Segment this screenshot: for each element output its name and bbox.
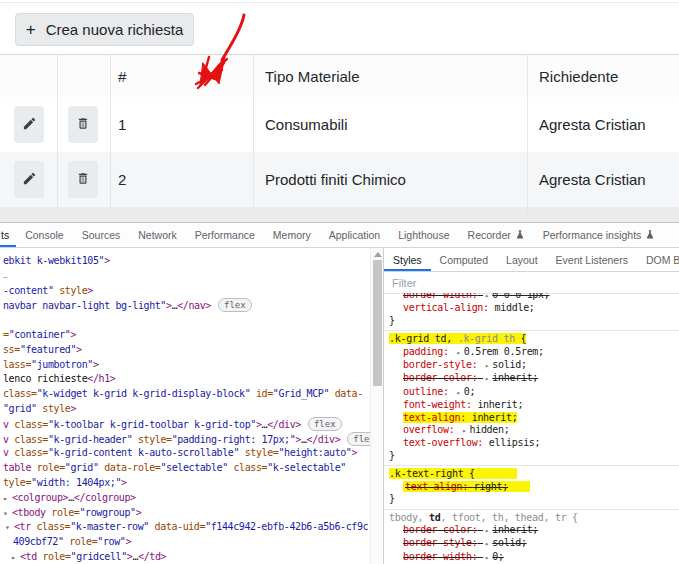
- expand-icon[interactable]: ▸: [485, 373, 489, 385]
- sidebar-tab-event-listeners[interactable]: Event Listeners: [547, 248, 637, 271]
- devtools-tab-performance-insights[interactable]: Performance insights: [534, 223, 665, 247]
- expand-icon[interactable]: ▸: [457, 387, 461, 399]
- sidebar-tab-computed[interactable]: Computed: [431, 248, 497, 271]
- cell-tipo-materiale: Consumabili: [265, 97, 348, 152]
- dom-tree-line[interactable]: ebkit k-webkit105">: [3, 254, 370, 269]
- dom-tree-line[interactable]: ▸<colgroup>…</colgroup>: [3, 491, 370, 506]
- css-selector[interactable]: .k-grid td, .k-grid th {: [389, 333, 679, 345]
- dom-tree-line[interactable]: lass="jumbotron">: [3, 358, 370, 373]
- css-close-brace: }: [389, 315, 679, 327]
- css-property[interactable]: overflow: ▸hidden;: [389, 424, 679, 437]
- create-request-button[interactable]: + Crea nuova richiesta: [15, 13, 194, 46]
- expand-icon[interactable]: ▸: [457, 347, 461, 359]
- sidebar-tab-dom-break[interactable]: DOM Break: [637, 248, 679, 271]
- delete-row-button[interactable]: [68, 161, 98, 198]
- cell-tipo-materiale: Parti di ricambio: [265, 207, 373, 222]
- tab-label: Application: [329, 229, 380, 241]
- table-row[interactable]: 2Prodotti finiti ChimicoAgresta Cristian: [0, 152, 679, 208]
- devtools-tabbar: tsConsoleSourcesNetworkPerformanceMemory…: [0, 223, 679, 248]
- dom-tree-line[interactable]: ▾<tbody role="rowgroup">: [3, 506, 370, 521]
- column-header-tipo-materiale[interactable]: Tipo Materiale: [265, 55, 359, 97]
- css-property[interactable]: vertical-align: middle;: [389, 302, 679, 314]
- css-property[interactable]: text-overflow: ellipsis;: [389, 437, 679, 449]
- tab-label: ts: [1, 229, 9, 241]
- dom-tree-line[interactable]: ss="featured">: [3, 343, 370, 358]
- css-property[interactable]: font-weight: inherit;: [389, 399, 679, 411]
- css-selector[interactable]: .k-text-right {: [389, 468, 679, 480]
- css-property[interactable]: text-align: inherit;: [389, 412, 679, 424]
- cell-richiedente: Agresta Cristian: [539, 152, 646, 207]
- dom-tree-line[interactable]: v class="k-toolbar k-grid-toolbar k-grid…: [3, 417, 370, 432]
- tab-label: Sources: [82, 229, 121, 241]
- delete-row-button[interactable]: [68, 106, 98, 143]
- expand-icon[interactable]: ▸: [485, 360, 489, 372]
- table-row[interactable]: 3Parti di ricambioAgresta Cristian: [0, 207, 679, 222]
- expanded-arrow-icon[interactable]: ▾: [3, 507, 12, 522]
- css-property[interactable]: text-align: right;: [389, 481, 679, 493]
- devtools-tab-console[interactable]: Console: [16, 223, 73, 247]
- expanded-arrow-icon[interactable]: ▾: [5, 521, 14, 536]
- css-property[interactable]: border-color: ▸inherit;: [389, 372, 679, 385]
- devtools-tab-application[interactable]: Application: [320, 223, 389, 247]
- devtools-tab-memory[interactable]: Memory: [264, 223, 320, 247]
- devtools-tab-performance[interactable]: Performance: [186, 223, 264, 247]
- dom-tree-line[interactable]: [3, 313, 370, 328]
- highlight-marker: text-align: right;: [403, 481, 530, 492]
- column-header-richiedente[interactable]: Richiedente: [539, 55, 618, 97]
- sidebar-tab-styles[interactable]: Styles: [384, 248, 431, 271]
- css-rules-list: border-width: ▸0 0 0 1px;vertical-align:…: [384, 293, 679, 564]
- expand-icon[interactable]: ▸: [485, 538, 489, 550]
- dom-tree-line[interactable]: v class="k-grid-content k-auto-scrollabl…: [3, 446, 370, 461]
- cell-richiedente: Agresta Cristian: [539, 97, 646, 152]
- expand-icon[interactable]: ▸: [485, 525, 489, 537]
- css-property[interactable]: border-style: ▸solid;: [389, 359, 679, 372]
- flex-badge[interactable]: flex: [347, 432, 370, 446]
- expand-icon[interactable]: ▸: [485, 552, 489, 564]
- css-property[interactable]: border-style: ▸solid;: [389, 537, 679, 550]
- devtools-tab-network[interactable]: Network: [129, 223, 186, 247]
- dom-tree-line[interactable]: 409cbf72" role="row">: [3, 535, 370, 550]
- dom-tree-line[interactable]: class="k-widget k-grid k-grid-display-bl…: [3, 387, 370, 402]
- devtools-tab-sources[interactable]: Sources: [73, 223, 130, 247]
- elements-scrollbar[interactable]: [370, 248, 383, 564]
- dom-tree-line[interactable]: …: [3, 269, 370, 284]
- column-header-num[interactable]: #: [118, 55, 126, 97]
- css-property[interactable]: padding: ▸0.5rem 0.5rem;: [389, 346, 679, 359]
- flex-badge[interactable]: flex: [218, 298, 252, 312]
- scrollbar-thumb[interactable]: [373, 260, 382, 386]
- styles-sidebar: StylesComputedLayoutEvent ListenersDOM B…: [383, 248, 679, 564]
- devtools-tab-ts[interactable]: ts: [0, 223, 16, 247]
- dom-tree-line[interactable]: navbar navbar-light bg-light">…</nav>fle…: [3, 298, 370, 313]
- dom-tree-line[interactable]: "grid" style>: [3, 402, 370, 417]
- collapsed-arrow-icon[interactable]: ▸: [11, 551, 20, 564]
- sidebar-tab-layout[interactable]: Layout: [497, 248, 547, 271]
- dom-tree-line[interactable]: lenco richieste</h1>: [3, 372, 370, 387]
- dom-tree-line[interactable]: table role="grid" data-role="selectable"…: [3, 461, 370, 476]
- expand-icon[interactable]: ▸: [485, 293, 489, 302]
- css-selector[interactable]: tbody, td, tfoot, th, thead, tr {: [389, 512, 679, 524]
- css-property[interactable]: border-width: ▸0 0 0 1px;: [389, 293, 679, 302]
- devtools-tab-recorder[interactable]: Recorder: [459, 223, 534, 247]
- collapsed-arrow-icon[interactable]: ▸: [3, 492, 12, 507]
- dom-tree-line[interactable]: -content" style>: [3, 284, 370, 299]
- pencil-icon: [22, 171, 37, 189]
- filter-placeholder: Filter: [392, 277, 416, 289]
- expand-icon[interactable]: ▸: [462, 425, 466, 437]
- dom-tree-line[interactable]: ▸<td role="gridcell">…</td>: [3, 550, 370, 564]
- dom-tree-line[interactable]: v class="k-grid-header" style="padding-r…: [3, 432, 370, 447]
- styles-filter-input[interactable]: Filter: [384, 272, 679, 294]
- cell-richiedente: Agresta Cristian: [539, 207, 646, 222]
- dom-tree-line[interactable]: ▾<tr class="k-master-row" data-uid="f144…: [3, 520, 370, 535]
- dom-tree-line[interactable]: ="container">: [3, 328, 370, 343]
- cell-num: 3: [118, 207, 126, 222]
- edit-row-button[interactable]: [14, 106, 44, 143]
- table-row[interactable]: 1ConsumabiliAgresta Cristian: [0, 97, 679, 153]
- edit-row-button[interactable]: [14, 161, 44, 198]
- devtools-tab-lighthouse[interactable]: Lighthouse: [389, 223, 458, 247]
- flex-badge[interactable]: flex: [308, 417, 342, 431]
- css-property[interactable]: outline: ▸0;: [389, 386, 679, 399]
- scroll-up-icon[interactable]: [374, 252, 382, 257]
- css-property[interactable]: border-width: ▸0;: [389, 551, 679, 564]
- dom-tree-line[interactable]: tyle="width: 1404px;">: [3, 476, 370, 491]
- css-property[interactable]: border-color: ▸inherit;: [389, 524, 679, 537]
